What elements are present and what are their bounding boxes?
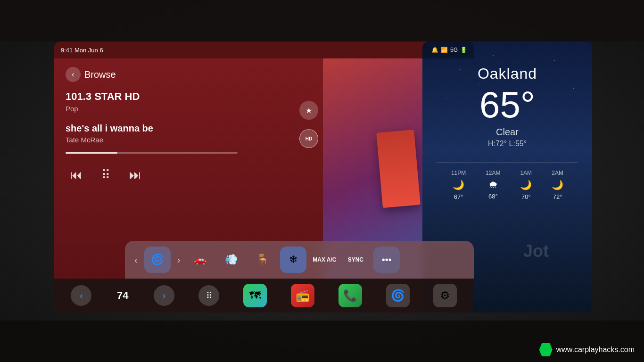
hour-time-3: 2AM	[552, 170, 563, 176]
battery-icon: 🔋	[460, 47, 467, 53]
favorite-button[interactable]: ★	[299, 101, 318, 120]
back-row: ‹ Browse	[66, 67, 312, 82]
hour-icon-3: 🌙	[552, 179, 563, 190]
date: Mon Jun 6	[74, 47, 103, 54]
carplayhacks-logo	[539, 343, 553, 356]
phone-icon: 📞	[343, 289, 357, 302]
left-temp-display: 74	[116, 289, 130, 302]
hour-temp-1: 68°	[488, 193, 498, 200]
climate-popup: ‹ 🌀 › 🚗 💨 🪑 ❄ MAX A/C SYNC •••	[125, 241, 474, 279]
weather-city: Oakland	[437, 65, 578, 82]
hour-temp-0: 67°	[454, 193, 463, 200]
hour-temp-3: 72°	[553, 193, 562, 200]
more-button[interactable]: •••	[373, 247, 400, 273]
weather-high: H:72°	[488, 140, 507, 148]
weather-low: L:55°	[509, 140, 527, 148]
hour-item-3: 2AM 🌙 72°	[552, 170, 563, 200]
grid-button[interactable]: ⠿	[101, 168, 110, 182]
bell-icon: 🔔	[431, 47, 438, 53]
weather-hilow: H:72° L:55°	[437, 140, 578, 148]
maps-app-button[interactable]: 🗺	[243, 284, 267, 307]
climate-prev[interactable]: ‹	[132, 255, 140, 265]
hour-time-0: 11PM	[451, 170, 466, 176]
left-temp: 74	[116, 289, 130, 302]
weather-content: Oakland 65° Clear H:72° L:55° 11PM 🌙 67°…	[422, 41, 592, 217]
seat-heat-button[interactable]: 🪑	[249, 247, 275, 273]
hour-time-2: 1AM	[520, 170, 532, 176]
seat-cool-button[interactable]: ❄	[280, 247, 306, 273]
progress-bar-fill	[66, 152, 117, 154]
vent-button[interactable]: 💨	[218, 247, 244, 273]
settings-icon: ⚙	[440, 289, 450, 302]
hd-button[interactable]: HD	[299, 129, 318, 148]
signal-icon: 📶	[441, 47, 448, 53]
hour-temp-2: 70°	[521, 193, 531, 200]
phone-app-button[interactable]: 📞	[339, 284, 362, 307]
carplay-screen: 9:41 Mon Jun 6 🔔 📶 5G 🔋 ‹ Browse 101.3 S…	[54, 41, 474, 313]
sync-button[interactable]: SYNC	[342, 247, 369, 273]
status-icons: 🔔 📶 5G 🔋	[431, 47, 467, 53]
right-chevron-left-icon[interactable]: ›	[154, 285, 174, 306]
playback-controls: ⏮ ⠿ ⏭	[66, 168, 312, 182]
carplay-dock: ‹ 74 › ⠿ 🗺 📻 📞 🌀 ⚙	[54, 279, 474, 313]
fan-app-button[interactable]: 🌀	[386, 284, 410, 307]
top-chrome	[0, 0, 644, 41]
watermark: www.carplayhacks.com	[539, 343, 635, 356]
song-title: she's all i wanna be	[66, 123, 312, 134]
back-label[interactable]: Browse	[84, 69, 116, 80]
next-button[interactable]: ⏭	[129, 168, 141, 182]
hour-icon-1: 🌧	[488, 179, 498, 190]
song-artist: Tate McRae	[66, 136, 312, 144]
radio-app-button[interactable]: 📻	[291, 284, 314, 307]
climate-next[interactable]: ›	[175, 255, 182, 265]
hour-item-1: 12AM 🌧 68°	[486, 170, 500, 200]
weather-condition: Clear	[437, 127, 578, 138]
hour-time-1: 12AM	[486, 170, 500, 176]
time: 9:41	[61, 47, 73, 54]
hourly-forecast: 11PM 🌙 67° 12AM 🌧 68° 1AM 🌙 70° 2AM 🌙 72…	[437, 162, 578, 207]
radio-icon: 📻	[296, 289, 310, 302]
left-prev-button[interactable]: ‹	[71, 285, 91, 306]
progress-bar-container[interactable]	[66, 152, 238, 154]
status-bar: 9:41 Mon Jun 6 🔔 📶 5G 🔋	[54, 41, 474, 58]
side-buttons: ★ HD	[299, 101, 318, 148]
watermark-url: www.carplayhacks.com	[556, 346, 635, 354]
left-next-button[interactable]: ›	[154, 285, 174, 306]
settings-app-button[interactable]: ⚙	[433, 284, 457, 307]
hour-icon-2: 🌙	[520, 179, 532, 190]
station-genre: Pop	[66, 105, 312, 113]
grid-dock-button[interactable]: ⠿	[198, 285, 219, 306]
hour-icon-0: 🌙	[453, 179, 464, 190]
album-art-figure	[376, 129, 421, 207]
time-date: 9:41 Mon Jun 6	[61, 47, 103, 54]
left-chevron-icon[interactable]: ‹	[71, 285, 91, 306]
hour-item-2: 1AM 🌙 70°	[520, 170, 532, 200]
fan-icon: 🌀	[391, 289, 405, 302]
network-label: 5G	[450, 47, 458, 53]
maps-icon: 🗺	[249, 289, 261, 302]
grid-icon[interactable]: ⠿	[198, 285, 219, 306]
back-button[interactable]: ‹	[66, 67, 81, 82]
station-name: 101.3 STAR HD	[66, 90, 312, 103]
ac-mode-button[interactable]: 🌀	[144, 247, 171, 273]
prev-button[interactable]: ⏮	[70, 168, 83, 182]
car-seat-button[interactable]: 🚗	[187, 247, 213, 273]
weather-temperature: 65°	[437, 86, 578, 123]
max-ac-button[interactable]: MAX A/C	[311, 247, 338, 273]
hour-item-0: 11PM 🌙 67°	[451, 170, 466, 200]
